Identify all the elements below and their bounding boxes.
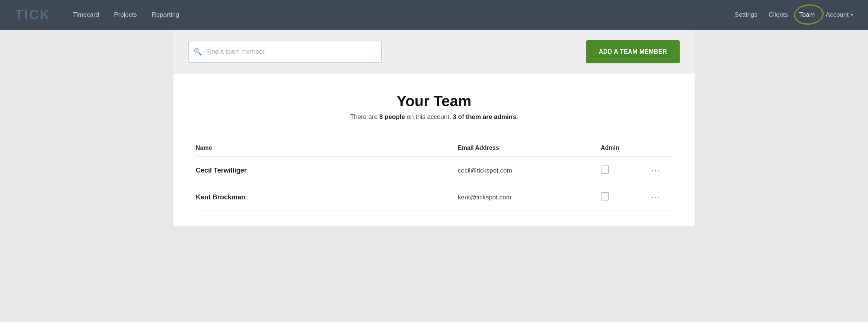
col-header-actions bbox=[648, 139, 672, 157]
nav-settings[interactable]: Settings bbox=[735, 11, 757, 19]
nav-timecard[interactable]: Timecard bbox=[73, 11, 99, 19]
nav-projects[interactable]: Projects bbox=[114, 11, 137, 19]
main-content: Your Team There are 8 people on this acc… bbox=[173, 74, 695, 226]
table-row: Cecil Terwilliger cecil@tickspot.com ⋯ bbox=[196, 157, 672, 184]
team-subtext: There are 8 people on this account, 3 of… bbox=[196, 113, 672, 121]
nav-links: Timecard Projects Reporting bbox=[73, 11, 735, 19]
search-section: 🔍 ADD A TEAM MEMBER bbox=[173, 30, 695, 74]
member-email: cecil@tickspot.com bbox=[458, 157, 601, 184]
nav-account[interactable]: Account ▾ bbox=[826, 11, 853, 19]
admin-checkbox-cell[interactable] bbox=[601, 184, 648, 211]
more-actions-button[interactable]: ⋯ bbox=[648, 166, 663, 176]
page-background: TICK Timecard Projects Reporting Setting… bbox=[0, 0, 868, 322]
page-title: Your Team bbox=[196, 93, 672, 110]
chevron-down-icon: ▾ bbox=[851, 12, 853, 18]
people-count: 8 people bbox=[379, 113, 405, 120]
add-team-member-button[interactable]: ADD A TEAM MEMBER bbox=[586, 40, 680, 63]
admin-checkbox-cell[interactable] bbox=[601, 157, 648, 184]
search-input[interactable] bbox=[188, 41, 382, 63]
nav-team[interactable]: Team bbox=[799, 11, 815, 19]
nav-clients[interactable]: Clients bbox=[769, 11, 788, 19]
table-header-row: Name Email Address Admin bbox=[196, 139, 672, 157]
table-row: Kent Brockman kent@tickspot.com ⋯ bbox=[196, 184, 672, 211]
col-header-admin: Admin bbox=[601, 139, 648, 157]
subtext-prefix: There are bbox=[350, 113, 379, 120]
navbar-right: Settings Clients Team Account ▾ bbox=[735, 11, 853, 19]
search-wrapper: 🔍 bbox=[188, 41, 382, 63]
nav-account-label: Account bbox=[826, 11, 849, 19]
nav-reporting[interactable]: Reporting bbox=[152, 11, 179, 19]
app-logo: TICK bbox=[15, 7, 51, 23]
more-actions-button[interactable]: ⋯ bbox=[648, 193, 663, 202]
nav-team-label: Team bbox=[799, 11, 815, 18]
member-name: Kent Brockman bbox=[196, 184, 458, 211]
admin-count: 3 of them are admins. bbox=[453, 113, 518, 120]
col-header-email: Email Address bbox=[458, 139, 601, 157]
admin-checkbox[interactable] bbox=[601, 192, 609, 201]
more-actions-cell[interactable]: ⋯ bbox=[648, 184, 672, 211]
content-wrapper: 🔍 ADD A TEAM MEMBER Your Team There are … bbox=[173, 30, 695, 226]
team-heading: Your Team bbox=[196, 93, 672, 110]
member-email: kent@tickspot.com bbox=[458, 184, 601, 211]
subtext-middle: on this account, bbox=[405, 113, 453, 120]
col-header-name: Name bbox=[196, 139, 458, 157]
more-actions-cell[interactable]: ⋯ bbox=[648, 157, 672, 184]
member-name: Cecil Terwilliger bbox=[196, 157, 458, 184]
navbar: TICK Timecard Projects Reporting Setting… bbox=[0, 0, 868, 30]
team-table: Name Email Address Admin Cecil Terwillig… bbox=[196, 139, 672, 211]
search-icon: 🔍 bbox=[194, 48, 202, 56]
admin-checkbox[interactable] bbox=[601, 165, 609, 174]
